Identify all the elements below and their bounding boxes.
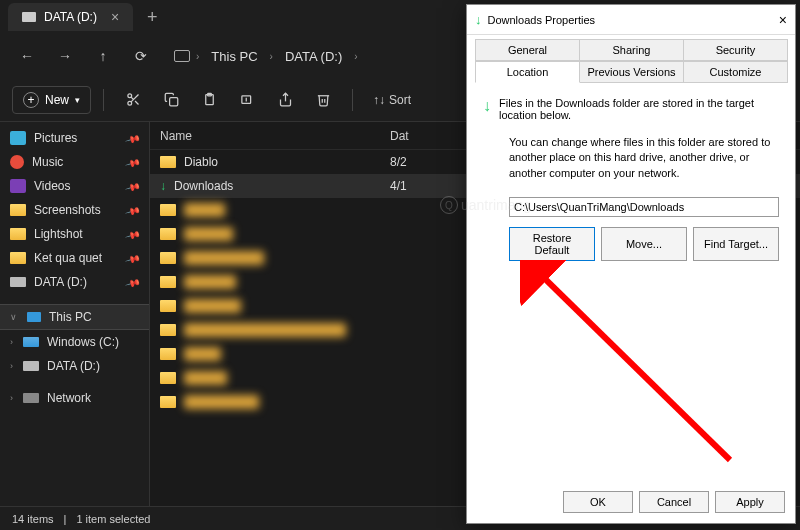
share-button[interactable] — [268, 85, 302, 115]
sidebar-item-music[interactable]: Music📌 — [0, 150, 149, 174]
up-button[interactable]: ↑ — [88, 41, 118, 71]
pin-icon: 📌 — [125, 250, 141, 266]
folder-icon — [160, 396, 176, 408]
sidebar-item-ketqua[interactable]: Ket qua quet📌 — [0, 246, 149, 270]
tab-previous-versions[interactable]: Previous Versions — [579, 61, 684, 83]
restore-default-button[interactable]: Restore Default — [509, 227, 595, 261]
delete-button[interactable] — [306, 85, 340, 115]
new-tab-button[interactable]: + — [147, 7, 158, 28]
sidebar-item-pictures[interactable]: Pictures📌 — [0, 126, 149, 150]
selection-count: 1 item selected — [76, 513, 150, 525]
item-count: 14 items — [12, 513, 54, 525]
find-target-button[interactable]: Find Target... — [693, 227, 779, 261]
pin-icon: 📌 — [125, 130, 141, 146]
rename-button[interactable] — [230, 85, 264, 115]
new-label: New — [45, 93, 69, 107]
apply-button[interactable]: Apply — [715, 491, 785, 513]
drive-icon — [23, 361, 39, 371]
sort-button[interactable]: ↑↓ Sort — [365, 89, 419, 111]
forward-button[interactable]: → — [50, 41, 80, 71]
monitor-icon[interactable] — [174, 50, 190, 62]
tab-general[interactable]: General — [475, 39, 580, 61]
sidebar-item-lightshot[interactable]: Lightshot📌 — [0, 222, 149, 246]
chevron-down-icon: ▾ — [75, 95, 80, 105]
copy-button[interactable] — [154, 85, 188, 115]
chevron-right-icon[interactable]: › — [10, 361, 13, 371]
pin-icon: 📌 — [125, 154, 141, 170]
folder-icon — [160, 228, 176, 240]
sidebar-item-network[interactable]: ›Network — [0, 386, 149, 410]
close-icon[interactable]: × — [111, 9, 119, 25]
chevron-right-icon[interactable]: › — [10, 337, 13, 347]
pin-icon: 📌 — [125, 202, 141, 218]
plus-icon: + — [23, 92, 39, 108]
folder-icon — [10, 228, 26, 240]
folder-icon — [160, 348, 176, 360]
folder-icon — [160, 156, 176, 168]
column-name[interactable]: Name — [160, 129, 390, 143]
move-button[interactable]: Move... — [601, 227, 687, 261]
tab-sharing[interactable]: Sharing — [579, 39, 684, 61]
sort-label: Sort — [389, 93, 411, 107]
sidebar-item-thispc[interactable]: ∨This PC — [0, 304, 149, 330]
sidebar-item-datad[interactable]: ›DATA (D:) — [0, 354, 149, 378]
button-row: Restore Default Move... Find Target... — [483, 227, 779, 261]
dialog-titlebar: ↓ Downloads Properties × — [467, 5, 795, 35]
chevron-icon[interactable]: › — [270, 51, 273, 62]
folder-icon — [160, 324, 176, 336]
pictures-icon — [10, 131, 26, 145]
sidebar-item-data[interactable]: DATA (D:)📌 — [0, 270, 149, 294]
breadcrumb-thispc[interactable]: This PC — [205, 45, 263, 68]
drive-icon — [10, 277, 26, 287]
close-button[interactable]: × — [779, 12, 787, 28]
sidebar-item-winc[interactable]: ›Windows (C:) — [0, 330, 149, 354]
sidebar-item-screenshots[interactable]: Screenshots📌 — [0, 198, 149, 222]
column-date[interactable]: Dat — [390, 129, 470, 143]
download-icon: ↓ — [475, 12, 482, 27]
svg-line-3 — [135, 101, 138, 104]
videos-icon — [10, 179, 26, 193]
paste-button[interactable] — [192, 85, 226, 115]
tab-security[interactable]: Security — [683, 39, 788, 61]
info-text-1: Files in the Downloads folder are stored… — [499, 97, 779, 121]
tabs: General Sharing Security Location Previo… — [467, 35, 795, 83]
dialog-title: Downloads Properties — [488, 14, 596, 26]
separator — [103, 89, 104, 111]
path-input[interactable] — [509, 197, 779, 217]
sidebar: Pictures📌 Music📌 Videos📌 Screenshots📌 Li… — [0, 122, 150, 506]
folder-icon — [160, 276, 176, 288]
drive-icon — [22, 12, 36, 22]
dialog-body: ↓ Files in the Downloads folder are stor… — [467, 83, 795, 275]
properties-dialog: ↓ Downloads Properties × General Sharing… — [466, 4, 796, 524]
folder-icon — [160, 204, 176, 216]
pin-icon: 📌 — [125, 274, 141, 290]
svg-line-4 — [131, 97, 133, 99]
folder-icon — [160, 300, 176, 312]
drive-icon — [23, 337, 39, 347]
download-icon: ↓ — [160, 179, 166, 193]
chevron-right-icon[interactable]: › — [10, 393, 13, 403]
tab-customize[interactable]: Customize — [683, 61, 788, 83]
chevron-icon[interactable]: › — [354, 51, 357, 62]
chevron-down-icon[interactable]: ∨ — [10, 312, 17, 322]
cancel-button[interactable]: Cancel — [639, 491, 709, 513]
music-icon — [10, 155, 24, 169]
svg-point-1 — [127, 101, 131, 105]
refresh-button[interactable]: ⟳ — [126, 41, 156, 71]
info-row: ↓ Files in the Downloads folder are stor… — [483, 97, 779, 121]
breadcrumb-data[interactable]: DATA (D:) — [279, 45, 348, 68]
sidebar-item-videos[interactable]: Videos📌 — [0, 174, 149, 198]
svg-rect-5 — [169, 98, 177, 106]
new-button[interactable]: + New ▾ — [12, 86, 91, 114]
chevron-icon[interactable]: › — [196, 51, 199, 62]
folder-icon — [10, 252, 26, 264]
tab-data-d[interactable]: DATA (D:) × — [8, 3, 133, 31]
ok-button[interactable]: OK — [563, 491, 633, 513]
breadcrumb: › This PC › DATA (D:) › — [174, 45, 358, 68]
info-text-2: You can change where files in this folde… — [483, 135, 779, 181]
pin-icon: 📌 — [125, 226, 141, 242]
folder-icon — [160, 372, 176, 384]
cut-button[interactable] — [116, 85, 150, 115]
back-button[interactable]: ← — [12, 41, 42, 71]
tab-location[interactable]: Location — [475, 61, 580, 83]
